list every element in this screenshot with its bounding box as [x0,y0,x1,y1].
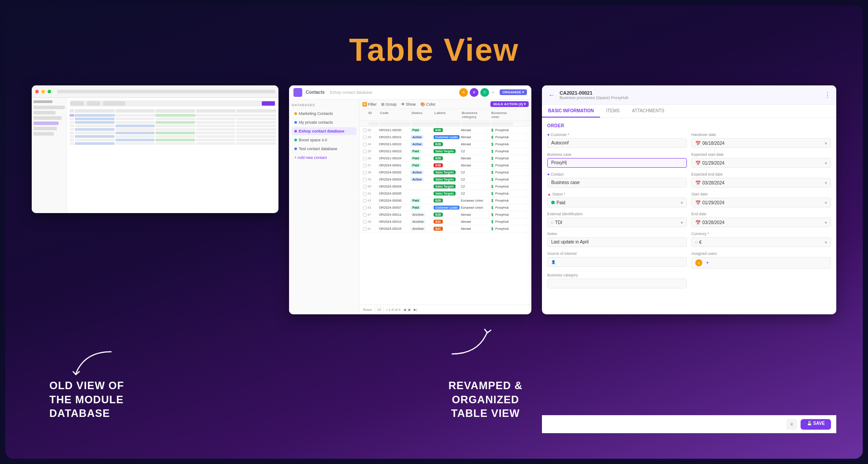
organize-btn[interactable]: ORGANIZE ▾ [500,89,527,95]
status-badge: Archive [411,220,426,224]
sidebar-private[interactable]: My private contacts [292,118,356,126]
filter-btn[interactable]: 🔽 Filter [362,102,377,107]
dv-tabs: BASIC INFORMATION ITEMS ATTACHMENTS [542,105,836,118]
row-checkbox[interactable] [363,185,367,188]
row-checkbox[interactable] [363,227,367,231]
dot-marketing [294,112,297,115]
dv-title-block: CA2021-00021 Business processes (Space) … [560,90,820,100]
old-mock-toolbar [70,100,276,107]
next-page-btn[interactable]: ▶ [408,308,411,312]
row-checkbox[interactable] [363,192,367,195]
source-value[interactable]: 👤 [547,257,687,267]
rows-label: Rows [363,308,372,312]
business-case-value[interactable]: ProxyH| [547,158,687,168]
table-row-35[interactable]: 35 OR2021-00023 Paid Sales Targets CZ 💲 … [360,148,531,155]
row-checkbox[interactable] [363,157,367,160]
sidebar-marketing[interactable]: Marketing Contacts [292,110,356,118]
group-btn[interactable]: ⊞ Group [381,102,397,107]
row-checkbox[interactable] [363,199,367,203]
th-case: Business case [491,111,513,119]
nv-contacts-title: Contacts [306,90,325,95]
status-chevron: ▾ [681,200,683,205]
row-checkbox[interactable] [363,220,367,224]
row-checkbox[interactable] [363,213,367,217]
customer-value[interactable]: Autoconf [547,138,687,148]
table-row-43[interactable]: 43 OR2024-00007 Paid Customer Leads Euro… [360,204,531,211]
back-button[interactable]: ← [547,91,556,99]
contact-value[interactable]: Business case [547,178,687,188]
table-row-41[interactable]: 41 OR2024-00005 Sales Targets CZ 💲 Proxy… [360,190,531,197]
table-row-48[interactable]: 48 OR2024-00012 Archive B2C Abroad 💲 Pro… [360,218,531,225]
add-user-icon[interactable]: + [706,260,709,266]
expected-start-label: Expected start date [691,152,831,157]
row8-c4 [196,142,236,145]
old-row-5 [70,132,276,134]
old-view-panel: Old View of the Module Database [32,85,278,433]
handover-value[interactable]: 📅 06/18/2024 ▾ [691,138,831,148]
row2-c4 [196,121,236,124]
status-badge: Archive [411,227,426,231]
old-row-1 [70,118,276,120]
table-row-33[interactable]: 33 OR2021-00021 Active Customer Leads Ab… [360,134,531,141]
row-checkbox[interactable] [363,164,367,167]
status-badge: Paid [411,206,421,210]
end-date-value[interactable]: 📅 03/28/2024 ▾ [691,217,831,227]
table-row-42[interactable]: 42 OR2024-00006 Paid B2B European Union … [360,197,531,204]
expected-start-value[interactable]: 📅 01/29/2024 ▾ [691,158,831,168]
table-row-38[interactable]: 38 OR2024-00002 Active Sales Targets CZ … [360,169,531,176]
row-checkbox[interactable] [363,206,367,210]
row7-c2 [115,139,155,141]
table-row-34[interactable]: 34 OR2021-00022 Active B2B Abroad 💲 Prox… [360,141,531,148]
color-btn[interactable]: 🎨 Color [420,102,436,107]
row-checkbox[interactable] [363,136,367,139]
table-row-40[interactable]: 40 OR2024-00004 Sales Targets CZ 💲 Proxy… [360,183,531,190]
table-row-39[interactable]: 39 OR2024-00003 Active Sales Targets CZ … [360,176,531,183]
prev-page-btn[interactable]: ◀ [403,308,406,312]
th-checkbox [363,111,367,119]
filter-code [380,122,411,125]
field-row-7: Source of interest 👤 Assigned users U + [547,251,831,269]
row1-c1 [75,118,115,120]
table-row-32[interactable]: 32 OR2021-00020 Paid B2B Abroad 💲 ProxyH… [360,127,531,134]
start-date-value[interactable]: 📅 01/29/2024 ▾ [691,198,831,207]
sidebar-add[interactable]: + Add new contact [292,154,356,162]
table-row-47[interactable]: 47 OR2024-00011 Archive B2B Abroad 💲 Pro… [360,211,531,218]
field-empty [691,273,831,288]
ext-id-value[interactable]: □ TDI ▾ [547,217,687,227]
assigned-value[interactable]: U + [691,257,831,269]
row-checkbox[interactable] [363,178,367,181]
last-page-btn[interactable]: ▶| [414,308,417,312]
old-row-6 [70,135,276,138]
annotation-new: Revamped & Organized Table View [449,379,523,420]
expected-end-value[interactable]: 📅 03/28/2024 ▾ [691,178,831,188]
row-checkbox[interactable] [363,129,367,132]
currency-value[interactable]: □ € ▾ [691,237,831,247]
row-checkbox[interactable] [363,143,367,146]
sidebar-eshop[interactable]: Eshop contact database [292,127,356,135]
row-checkbox[interactable] [363,171,367,174]
tab-items[interactable]: ITEMS [600,105,626,118]
show-btn[interactable]: 👁 Show [401,102,416,107]
toolbar-btn-3 [103,101,125,106]
th-id: ID [368,111,379,119]
notes-value[interactable]: Last update in April [547,237,687,247]
plus-icon: + [492,90,494,95]
sidebar-test[interactable]: Test contact database [292,145,356,153]
rows-count[interactable]: 15 [375,307,384,313]
row0-c4 [196,114,236,117]
row7-c3 [156,139,195,141]
biz-category-value[interactable] [547,279,687,288]
table-row-37[interactable]: 37 OR2024-00001 Paid B2B Abroad 💲 ProxyH… [360,162,531,169]
expected-end-label: Expected end date [691,172,831,177]
table-row-36[interactable]: 36 OR2021-00024 Paid B2B Abroad 💲 ProxyH… [360,155,531,162]
end-date-label: End date [691,212,831,216]
more-options-btn[interactable]: ⋮ [824,91,831,99]
row2-c3 [156,121,195,124]
sidebar-boost[interactable]: Boost space 4.0 [292,136,356,144]
tab-attachments[interactable]: ATTACHMENTS [626,105,671,118]
bulk-action-btn[interactable]: BULK ACTION (2) ▾ [490,101,529,107]
tab-basic-info[interactable]: BASIC INFORMATION [542,105,600,118]
row-checkbox[interactable] [363,150,367,153]
status-value[interactable]: Paid ▾ [547,198,687,207]
table-row-51[interactable]: 51 OR2024-00015 Archive B2C Abroad 💲 Pro… [360,225,531,232]
